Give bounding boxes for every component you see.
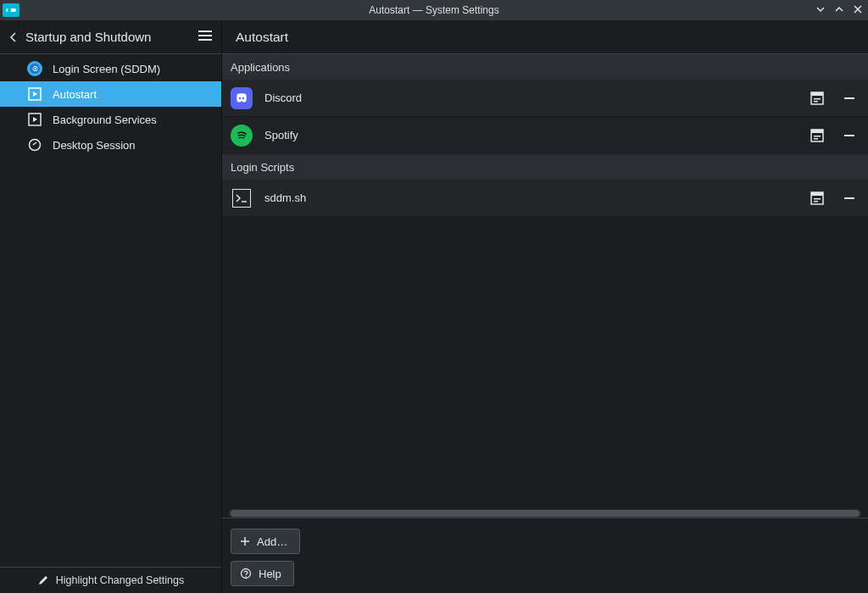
svg-rect-13 — [814, 101, 818, 103]
section-header-applications: Applications — [222, 54, 868, 80]
sidebar-list: ⦿ Login Screen (SDDM) Autostart Backgrou… — [0, 54, 221, 158]
app-row-spotify[interactable]: Spotify — [222, 117, 868, 154]
titlebar: Autostart — System Settings — [0, 0, 868, 20]
properties-button[interactable] — [810, 191, 824, 205]
properties-button[interactable] — [810, 91, 824, 105]
highlight-changed-label: Highlight Changed Settings — [56, 574, 185, 586]
sidebar-item-label: Login Screen (SDDM) — [53, 63, 160, 75]
properties-button[interactable] — [810, 129, 824, 142]
sidebar-item-desktop-session[interactable]: Desktop Session — [0, 132, 221, 158]
minus-icon — [844, 135, 854, 136]
highlight-changed-button[interactable]: Highlight Changed Settings — [0, 567, 221, 593]
svg-rect-17 — [814, 138, 818, 140]
bottom-toolbar: Add… Help — [222, 518, 868, 593]
svg-point-1 — [8, 8, 11, 12]
svg-point-9 — [242, 97, 244, 98]
svg-rect-11 — [811, 92, 823, 96]
properties-icon — [810, 129, 824, 142]
svg-point-7 — [30, 140, 41, 151]
help-icon — [240, 568, 252, 579]
section-header-login-scripts: Login Scripts — [222, 154, 868, 180]
sidebar-item-login-screen[interactable]: ⦿ Login Screen (SDDM) — [0, 56, 221, 81]
svg-rect-16 — [814, 136, 821, 137]
minus-icon — [844, 197, 854, 199]
svg-rect-15 — [811, 130, 823, 133]
svg-text:⦿: ⦿ — [32, 66, 38, 72]
app-label: Spotify — [264, 129, 810, 141]
back-button[interactable] — [5, 31, 22, 43]
horizontal-scrollbar[interactable] — [229, 509, 861, 518]
minimize-button[interactable] — [815, 4, 826, 17]
sidebar-item-background-services[interactable]: Background Services — [0, 107, 221, 132]
window-title: Autostart — System Settings — [369, 4, 498, 16]
app-row-discord[interactable]: Discord — [222, 80, 868, 117]
sidebar-item-label: Background Services — [53, 114, 157, 126]
sidebar-title: Startup and Shutdown — [25, 30, 198, 44]
sidebar-header: Startup and Shutdown — [0, 20, 221, 54]
sidebar: Startup and Shutdown ⦿ Login Screen (SDD… — [0, 20, 222, 593]
script-row-sddm[interactable]: sddm.sh — [222, 180, 868, 217]
sidebar-item-label: Desktop Session — [53, 139, 136, 152]
remove-button[interactable] — [843, 129, 856, 142]
plus-icon — [240, 536, 250, 546]
minus-icon — [844, 97, 854, 99]
script-label: sddm.sh — [264, 191, 810, 204]
remove-button[interactable] — [843, 191, 856, 205]
main-panel: Autostart Applications Discord — [222, 20, 868, 593]
script-icon — [232, 189, 251, 208]
app-label: Discord — [264, 91, 810, 104]
pencil-icon — [37, 574, 49, 586]
maximize-button[interactable] — [834, 4, 844, 17]
help-label: Help — [259, 568, 281, 580]
menu-button[interactable] — [198, 30, 213, 44]
remove-button[interactable] — [843, 91, 856, 105]
sidebar-item-autostart[interactable]: Autostart — [0, 81, 221, 107]
app-icon — [3, 3, 19, 17]
add-button[interactable]: Add… — [231, 529, 300, 554]
close-button[interactable] — [853, 4, 863, 17]
svg-point-23 — [245, 576, 247, 578]
session-icon — [27, 137, 42, 152]
add-label: Add… — [257, 535, 287, 548]
properties-icon — [810, 191, 824, 205]
svg-rect-20 — [814, 198, 821, 200]
login-screen-icon: ⦿ — [27, 61, 42, 76]
svg-point-8 — [239, 97, 241, 98]
svg-rect-19 — [811, 192, 823, 196]
autostart-icon — [27, 86, 42, 102]
scrollbar-thumb[interactable] — [231, 510, 860, 517]
page-title: Autostart — [222, 20, 868, 54]
properties-icon — [810, 91, 824, 105]
svg-rect-12 — [814, 98, 821, 100]
spotify-icon — [231, 125, 253, 147]
help-button[interactable]: Help — [231, 561, 294, 586]
discord-icon — [231, 87, 253, 109]
services-icon — [27, 112, 42, 127]
svg-rect-21 — [814, 201, 818, 202]
sidebar-item-label: Autostart — [53, 88, 97, 101]
